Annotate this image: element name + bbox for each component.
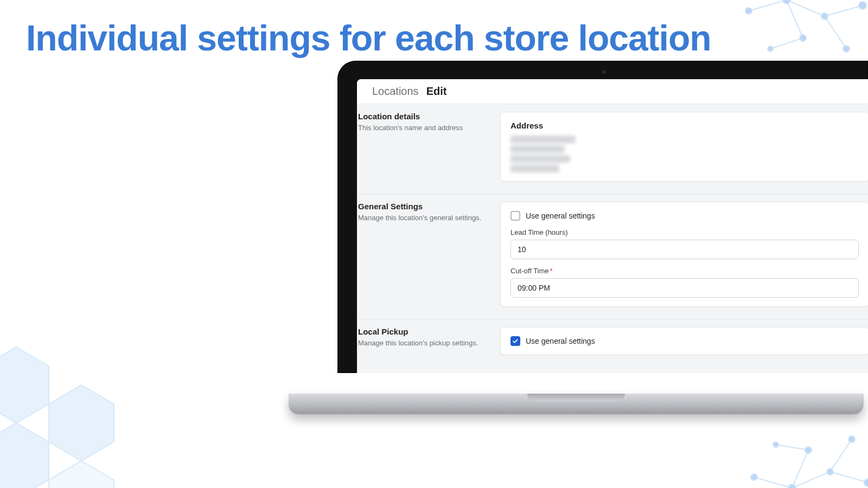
general-settings-card: Use general settings Lead Time (hours) C… xyxy=(500,202,868,307)
svg-line-1 xyxy=(787,0,825,16)
svg-marker-26 xyxy=(0,347,49,423)
use-general-label-pickup: Use general settings xyxy=(526,337,595,345)
section-general-settings: General Settings Manage this location's … xyxy=(357,194,868,319)
breadcrumb-current: Edit xyxy=(426,85,447,98)
svg-point-21 xyxy=(827,468,833,475)
svg-point-23 xyxy=(805,447,812,453)
svg-line-17 xyxy=(830,439,852,472)
svg-point-22 xyxy=(864,479,868,486)
svg-marker-27 xyxy=(49,385,114,461)
svg-point-12 xyxy=(768,46,773,52)
section-desc: Manage this location's general settings. xyxy=(358,213,494,223)
svg-point-8 xyxy=(821,13,828,20)
address-heading: Address xyxy=(510,121,859,130)
use-general-checkbox[interactable] xyxy=(510,211,520,221)
breadcrumb-root[interactable]: Locations xyxy=(372,85,419,98)
svg-line-2 xyxy=(825,5,863,16)
svg-point-20 xyxy=(788,484,796,488)
laptop-base xyxy=(289,394,864,414)
svg-line-13 xyxy=(754,477,792,488)
section-title: Local Pickup xyxy=(358,327,494,336)
svg-point-19 xyxy=(751,474,757,480)
check-icon xyxy=(512,338,519,344)
svg-point-25 xyxy=(773,442,778,447)
section-desc: Manage this location's pickup settings. xyxy=(358,338,494,348)
svg-point-24 xyxy=(848,436,855,442)
settings-content: Location details This location's name an… xyxy=(357,104,868,373)
address-blurred xyxy=(510,136,859,172)
use-general-checkbox-pickup[interactable] xyxy=(510,336,520,346)
cutoff-time-input[interactable] xyxy=(510,278,859,298)
svg-line-4 xyxy=(825,16,846,49)
svg-marker-28 xyxy=(0,423,49,488)
svg-line-15 xyxy=(830,472,868,483)
breadcrumb: Locations Edit xyxy=(357,79,868,104)
svg-line-3 xyxy=(787,0,803,38)
decorative-network-bottom-right xyxy=(738,412,868,488)
svg-point-6 xyxy=(745,8,752,14)
svg-point-10 xyxy=(800,35,806,41)
lead-time-input[interactable] xyxy=(510,240,859,259)
section-location-details: Location details This location's name an… xyxy=(357,104,868,194)
svg-line-18 xyxy=(776,445,808,450)
section-local-pickup: Local Pickup Manage this location's pick… xyxy=(357,319,868,367)
svg-point-9 xyxy=(859,2,866,9)
laptop-notch xyxy=(527,394,625,401)
svg-marker-29 xyxy=(49,461,114,488)
section-title: Location details xyxy=(358,112,494,121)
svg-line-0 xyxy=(749,0,787,11)
app-screen: Locations Edit Location details This loc… xyxy=(357,79,868,373)
decorative-hexagons xyxy=(0,325,152,488)
section-title: General Settings xyxy=(358,202,494,211)
use-general-label: Use general settings xyxy=(526,211,595,220)
lead-time-label: Lead Time (hours) xyxy=(510,228,859,236)
svg-line-14 xyxy=(792,472,830,488)
required-indicator: * xyxy=(550,267,553,275)
cutoff-time-label: Cut-off Time* xyxy=(510,267,859,275)
local-pickup-card: Use general settings xyxy=(500,327,868,355)
svg-line-5 xyxy=(770,38,803,49)
laptop-mockup: Locations Edit Location details This loc… xyxy=(337,61,868,396)
svg-point-7 xyxy=(783,0,790,4)
page-headline: Individual settings for each store locat… xyxy=(26,20,711,57)
svg-point-11 xyxy=(843,46,850,52)
laptop-camera xyxy=(570,68,635,76)
address-card: Address xyxy=(500,112,868,182)
section-desc: This location's name and address xyxy=(358,123,494,133)
svg-line-16 xyxy=(792,450,808,488)
